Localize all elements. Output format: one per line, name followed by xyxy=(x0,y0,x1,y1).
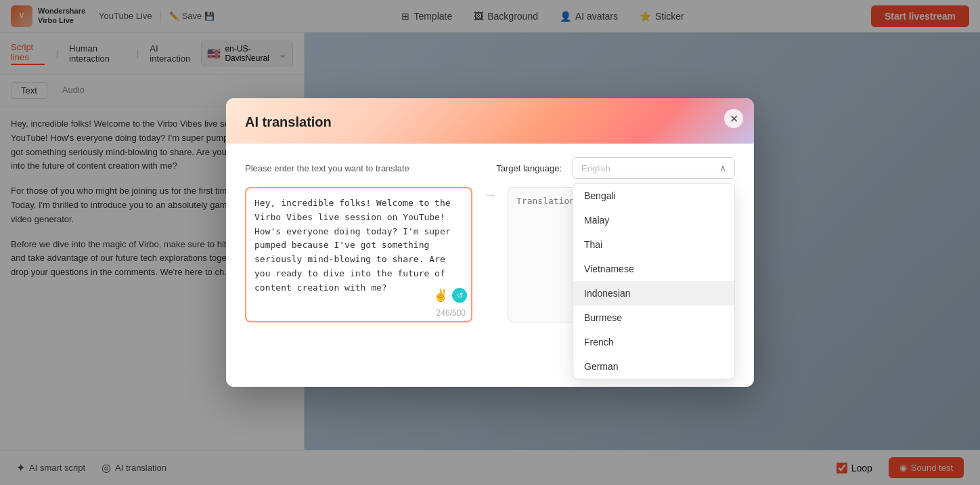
lang-option-malay[interactable]: Malay xyxy=(573,208,734,232)
lang-option-vietnamese[interactable]: Vietnamese xyxy=(573,257,734,281)
language-dropdown-trigger[interactable]: English ∧ xyxy=(573,157,735,179)
lang-option-thai[interactable]: Thai xyxy=(573,232,734,257)
language-dropdown: Bengali Malay Thai Vietnamese Indonesian… xyxy=(573,183,735,379)
translate-arrow-icon: → xyxy=(483,187,497,203)
source-input-wrap: Hey, incredible folks! Welcome to the Vi… xyxy=(245,187,472,324)
magic-wand-icon: ✌️ xyxy=(433,288,448,303)
modal-title: AI translation xyxy=(245,114,735,130)
ai-translation-modal: AI translation ✕ Please enter the text y… xyxy=(226,98,754,387)
modal-header: AI translation xyxy=(226,98,754,144)
language-selector: English ∧ Bengali Malay Thai Vietnamese … xyxy=(573,157,735,179)
source-text-label: Please enter the text you want to transl… xyxy=(245,163,485,173)
lang-option-burmese[interactable]: Burmese xyxy=(573,305,734,330)
refresh-icon[interactable]: ↺ xyxy=(452,288,467,303)
lang-option-indonesian[interactable]: Indonesian xyxy=(573,281,734,305)
modal-overlay: AI translation ✕ Please enter the text y… xyxy=(0,0,980,485)
lang-option-german[interactable]: German xyxy=(573,354,734,379)
lang-option-french[interactable]: French xyxy=(573,330,734,354)
selected-language: English xyxy=(581,163,610,173)
arrow-separator: → xyxy=(481,187,499,203)
lang-option-bengali[interactable]: Bengali xyxy=(573,184,734,208)
char-count: 246/500 xyxy=(437,308,466,318)
target-language-label: Target language: xyxy=(496,163,562,173)
chevron-up-icon: ∧ xyxy=(719,163,726,173)
modal-close-button[interactable]: ✕ xyxy=(724,109,743,128)
modal-body: Please enter the text you want to transl… xyxy=(226,144,754,338)
